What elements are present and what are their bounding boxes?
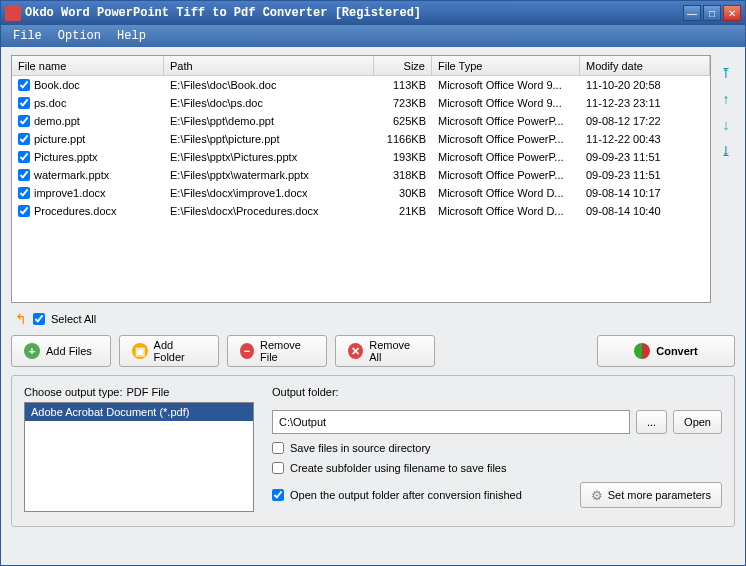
select-all-checkbox[interactable]: [33, 313, 45, 325]
file-path: E:\Files\docx\improve1.docx: [164, 186, 374, 200]
move-bottom-button[interactable]: ⤓: [718, 143, 734, 159]
move-down-button[interactable]: ↓: [718, 117, 734, 133]
plus-icon: +: [24, 343, 40, 359]
file-name: Pictures.pptx: [34, 151, 98, 163]
file-size: 318KB: [374, 168, 432, 182]
file-size: 625KB: [374, 114, 432, 128]
row-checkbox[interactable]: [18, 115, 30, 127]
row-checkbox[interactable]: [18, 97, 30, 109]
app-window: Okdo Word PowerPoint Tiff to Pdf Convert…: [0, 0, 746, 566]
row-checkbox[interactable]: [18, 151, 30, 163]
file-name: watermark.pptx: [34, 169, 109, 181]
menu-option[interactable]: Option: [50, 26, 109, 46]
minus-icon: −: [240, 343, 254, 359]
action-buttons: +Add Files ▣Add Folder −Remove File ✕Rem…: [11, 335, 735, 367]
reorder-controls: ⤒ ↑ ↓ ⤓: [717, 55, 735, 303]
create-subfolder-checkbox[interactable]: [272, 462, 284, 474]
output-folder-row: ... Open: [272, 410, 722, 434]
file-name: picture.ppt: [34, 133, 85, 145]
output-folder-label: Output folder:: [272, 386, 722, 398]
window-title: Okdo Word PowerPoint Tiff to Pdf Convert…: [25, 6, 421, 20]
output-type-item[interactable]: Adobe Acrobat Document (*.pdf): [25, 403, 253, 421]
table-row[interactable]: ps.docE:\Files\doc\ps.doc723KBMicrosoft …: [12, 94, 710, 112]
file-type: Microsoft Office Word 9...: [432, 96, 580, 110]
convert-icon: [634, 343, 650, 359]
table-row[interactable]: Procedures.docxE:\Files\docx\Procedures.…: [12, 202, 710, 220]
file-path: E:\Files\doc\Book.doc: [164, 78, 374, 92]
convert-button[interactable]: Convert: [597, 335, 735, 367]
output-folder-input[interactable]: [272, 410, 630, 434]
table-row[interactable]: Book.docE:\Files\doc\Book.doc113KBMicros…: [12, 76, 710, 94]
file-type: Microsoft Office Word D...: [432, 204, 580, 218]
table-row[interactable]: watermark.pptxE:\Files\pptx\watermark.pp…: [12, 166, 710, 184]
table-row[interactable]: picture.pptE:\Files\ppt\picture.ppt1166K…: [12, 130, 710, 148]
menu-help[interactable]: Help: [109, 26, 154, 46]
add-folder-button[interactable]: ▣Add Folder: [119, 335, 219, 367]
file-type: Microsoft Office PowerP...: [432, 150, 580, 164]
file-size: 193KB: [374, 150, 432, 164]
menu-file[interactable]: File: [5, 26, 50, 46]
list-header: File name Path Size File Type Modify dat…: [12, 56, 710, 76]
arrow-up-icon: ↰: [15, 311, 27, 327]
row-checkbox[interactable]: [18, 133, 30, 145]
set-parameters-button[interactable]: ⚙Set more parameters: [580, 482, 722, 508]
col-header-name[interactable]: File name: [12, 56, 164, 75]
file-size: 21KB: [374, 204, 432, 218]
settings-panel: Choose output type: PDF File Adobe Acrob…: [11, 375, 735, 527]
file-date: 09-08-14 10:17: [580, 186, 710, 200]
open-after-row: Open the output folder after conversion …: [272, 482, 722, 508]
move-top-button[interactable]: ⤒: [718, 65, 734, 81]
row-checkbox[interactable]: [18, 79, 30, 91]
col-header-size[interactable]: Size: [374, 56, 432, 75]
col-header-path[interactable]: Path: [164, 56, 374, 75]
file-list[interactable]: File name Path Size File Type Modify dat…: [11, 55, 711, 303]
output-type-label: Choose output type: PDF File: [24, 386, 254, 398]
close-button[interactable]: ✕: [723, 5, 741, 21]
file-name: Procedures.docx: [34, 205, 117, 217]
file-date: 11-10-20 20:58: [580, 78, 710, 92]
file-path: E:\Files\ppt\demo.ppt: [164, 114, 374, 128]
maximize-button[interactable]: □: [703, 5, 721, 21]
row-checkbox[interactable]: [18, 187, 30, 199]
open-folder-button[interactable]: Open: [673, 410, 722, 434]
file-date: 09-09-23 11:51: [580, 168, 710, 182]
title-text: Okdo Word PowerPoint Tiff to Pdf Convert…: [5, 5, 421, 21]
table-row[interactable]: Pictures.pptxE:\Files\pptx\Pictures.pptx…: [12, 148, 710, 166]
file-type: Microsoft Office PowerP...: [432, 168, 580, 182]
titlebar: Okdo Word PowerPoint Tiff to Pdf Convert…: [1, 1, 745, 25]
x-icon: ✕: [348, 343, 363, 359]
file-name: improve1.docx: [34, 187, 106, 199]
file-path: E:\Files\pptx\Pictures.pptx: [164, 150, 374, 164]
row-checkbox[interactable]: [18, 169, 30, 181]
file-type: Microsoft Office Word D...: [432, 186, 580, 200]
table-row[interactable]: demo.pptE:\Files\ppt\demo.ppt625KBMicros…: [12, 112, 710, 130]
create-subfolder-row: Create subfolder using filename to save …: [272, 462, 722, 474]
table-row[interactable]: improve1.docxE:\Files\docx\improve1.docx…: [12, 184, 710, 202]
folder-icon: ▣: [132, 343, 148, 359]
col-header-type[interactable]: File Type: [432, 56, 580, 75]
gear-icon: ⚙: [591, 488, 603, 503]
file-path: E:\Files\doc\ps.doc: [164, 96, 374, 110]
open-after-checkbox[interactable]: [272, 489, 284, 501]
file-date: 09-09-23 11:51: [580, 150, 710, 164]
minimize-button[interactable]: —: [683, 5, 701, 21]
output-type-list[interactable]: Adobe Acrobat Document (*.pdf): [24, 402, 254, 512]
content-area: File name Path Size File Type Modify dat…: [1, 47, 745, 565]
file-name: ps.doc: [34, 97, 66, 109]
save-source-checkbox[interactable]: [272, 442, 284, 454]
output-type-value: PDF File: [126, 386, 169, 398]
remove-file-button[interactable]: −Remove File: [227, 335, 327, 367]
file-size: 1166KB: [374, 132, 432, 146]
list-body: Book.docE:\Files\doc\Book.doc113KBMicros…: [12, 76, 710, 220]
app-icon: [5, 5, 21, 21]
add-files-button[interactable]: +Add Files: [11, 335, 111, 367]
move-up-button[interactable]: ↑: [718, 91, 734, 107]
file-type: Microsoft Office PowerP...: [432, 114, 580, 128]
col-header-date[interactable]: Modify date: [580, 56, 710, 75]
remove-all-button[interactable]: ✕Remove All: [335, 335, 435, 367]
file-size: 723KB: [374, 96, 432, 110]
file-path: E:\Files\ppt\picture.ppt: [164, 132, 374, 146]
select-all-label: Select All: [51, 313, 96, 325]
browse-button[interactable]: ...: [636, 410, 667, 434]
row-checkbox[interactable]: [18, 205, 30, 217]
